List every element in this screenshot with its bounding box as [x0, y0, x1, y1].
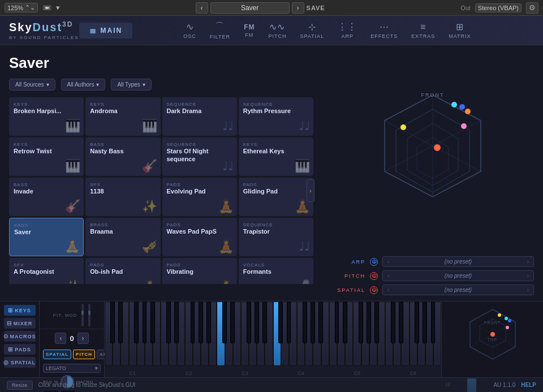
white-key[interactable]: [385, 301, 393, 366]
white-key[interactable]: [129, 301, 137, 366]
white-key[interactable]: [273, 301, 281, 366]
preset-card[interactable]: PADS Evolving Pad 🧘: [162, 178, 237, 216]
sidebar-keys-btn[interactable]: ⊞ KEYS: [4, 305, 36, 316]
tab-arp[interactable]: ⋮⋮ ARP: [332, 19, 363, 41]
preset-card[interactable]: SFX A Protagonist ✨: [9, 258, 84, 284]
zoom-control[interactable]: 125% ⌃⌄: [5, 3, 38, 12]
tab-osc[interactable]: ∿ OSC: [178, 19, 202, 41]
arp-power-btn[interactable]: ⏻: [370, 258, 378, 266]
white-key[interactable]: [249, 301, 257, 366]
white-key[interactable]: [361, 301, 369, 366]
preset-card[interactable]: PADS Waves Pad PapS 🧘: [162, 218, 237, 256]
tab-fm[interactable]: FM FM: [238, 21, 260, 40]
white-key[interactable]: [145, 301, 153, 366]
help-button[interactable]: HELP: [521, 382, 536, 388]
white-key[interactable]: [177, 301, 185, 366]
white-key[interactable]: [313, 301, 321, 366]
white-key[interactable]: [329, 301, 337, 366]
white-key[interactable]: [161, 301, 169, 366]
spatial-tab-btn[interactable]: SPATIAL: [43, 350, 71, 359]
preset-card[interactable]: BASS Invade 🎸: [9, 178, 84, 216]
tab-extras[interactable]: ≡ EXTRAS: [406, 20, 441, 41]
white-key[interactable]: [233, 301, 241, 366]
sys-icon-1[interactable]: 📼: [42, 3, 51, 12]
white-key[interactable]: [217, 301, 225, 366]
white-key[interactable]: [377, 301, 385, 366]
preset-card[interactable]: SFX 1138 ✨: [85, 178, 160, 216]
white-key[interactable]: [337, 301, 345, 366]
white-key[interactable]: [169, 301, 176, 366]
white-key[interactable]: [225, 301, 233, 366]
octave-up-btn[interactable]: ›: [77, 333, 89, 344]
white-key[interactable]: [417, 301, 425, 366]
preset-card[interactable]: PADS Gliding Pad 🧘: [239, 178, 313, 216]
white-key[interactable]: [257, 301, 265, 366]
white-key[interactable]: [209, 301, 217, 366]
preset-card[interactable]: PADS Vibrating 🧘: [162, 258, 237, 284]
preset-card[interactable]: SEQUENCE Trapistor ♩♩: [239, 218, 313, 256]
preset-card[interactable]: PADS Ob-ish Pad 🧘: [85, 258, 160, 284]
white-key[interactable]: [193, 301, 201, 366]
preset-card[interactable]: KEYS Broken Harpsi... 🎹: [9, 97, 84, 136]
white-key[interactable]: [289, 301, 297, 366]
preset-card[interactable]: BASS Nasty Bass 🎸: [85, 137, 160, 176]
preset-card[interactable]: SEQUENCE Dark Drama ♩♩: [162, 97, 237, 136]
save-button[interactable]: SAVE: [307, 5, 325, 11]
white-key[interactable]: [297, 301, 305, 366]
white-key[interactable]: [153, 301, 161, 366]
white-key[interactable]: [241, 301, 249, 366]
octave-down-btn[interactable]: ‹: [55, 333, 66, 344]
preset-card[interactable]: KEYS Ethereal Keys 🎹: [239, 137, 313, 176]
white-key[interactable]: [305, 301, 313, 366]
mod-slider[interactable]: [88, 311, 90, 315]
white-key[interactable]: [265, 301, 273, 366]
settings-button[interactable]: ⚙: [526, 2, 538, 14]
arp-prev-btn[interactable]: ‹: [387, 259, 389, 265]
legato-select[interactable]: LEGATO ▾: [43, 364, 101, 373]
tab-matrix[interactable]: ⊞ MATRIX: [443, 19, 476, 41]
sidebar-mixer-btn[interactable]: ⊟ MIXER: [4, 318, 36, 329]
white-key[interactable]: [105, 301, 113, 366]
white-key[interactable]: [185, 301, 193, 366]
sidebar-macros-btn[interactable]: ⊙ MACROS: [4, 331, 36, 342]
tab-pitch[interactable]: ∿∿ PITCH: [262, 19, 292, 41]
preset-card[interactable]: KEYS Retrow Twist 🎹: [9, 137, 84, 176]
spatial-next-btn[interactable]: ›: [527, 287, 529, 293]
spatial-power-btn[interactable]: ⏻: [370, 286, 378, 294]
pitch-tab-btn[interactable]: PITCH: [73, 350, 95, 359]
pitch-slider[interactable]: [81, 311, 84, 315]
sys-arrow-down[interactable]: ▾: [56, 3, 60, 12]
tab-filter[interactable]: ⌒ FILTER: [204, 19, 236, 42]
pitch-next-btn[interactable]: ›: [527, 273, 529, 279]
preset-card[interactable]: KEYS Androma 🎹: [85, 97, 160, 136]
sidebar-spatial-btn[interactable]: ◎ SPATIAL: [4, 357, 36, 368]
white-key[interactable]: [433, 301, 441, 366]
white-key[interactable]: [137, 301, 145, 366]
white-key[interactable]: [281, 301, 289, 366]
authors-filter[interactable]: All Authors ▾: [61, 79, 106, 91]
white-key[interactable]: [321, 301, 329, 366]
white-key[interactable]: [425, 301, 433, 366]
pitch-power-btn[interactable]: ⏻: [370, 272, 378, 280]
arp-next-btn[interactable]: ›: [527, 259, 529, 265]
sidebar-pads-btn[interactable]: ⊞ PADS: [4, 344, 36, 355]
white-key[interactable]: [113, 301, 120, 366]
white-key[interactable]: [120, 301, 128, 366]
tab-spatial[interactable]: ⊹ SPATIAL: [294, 19, 330, 41]
white-key[interactable]: [393, 301, 401, 366]
prev-preset-btn[interactable]: ‹: [196, 2, 208, 14]
white-key[interactable]: [401, 301, 409, 366]
white-key[interactable]: [410, 301, 417, 366]
white-key[interactable]: [353, 301, 361, 366]
preset-card[interactable]: BRASS Braama 🎺: [85, 218, 160, 256]
pitch-prev-btn[interactable]: ‹: [387, 273, 389, 279]
white-key[interactable]: [369, 301, 377, 366]
preset-card[interactable]: SEQUENCE Stars Of Night sequence ♩♩: [162, 137, 237, 176]
spatial-prev-btn[interactable]: ‹: [387, 287, 389, 293]
preset-card[interactable]: PADS Saver 🧘: [9, 218, 84, 256]
resize-button[interactable]: Resize: [7, 381, 33, 390]
white-key[interactable]: [201, 301, 209, 366]
main-tab-button[interactable]: ≣ MAIN: [79, 23, 133, 38]
preset-card[interactable]: SEQUENCE Rythm Pressure ♩♩: [239, 97, 313, 136]
tab-effects[interactable]: ⋯ EFFECTS: [365, 19, 403, 41]
